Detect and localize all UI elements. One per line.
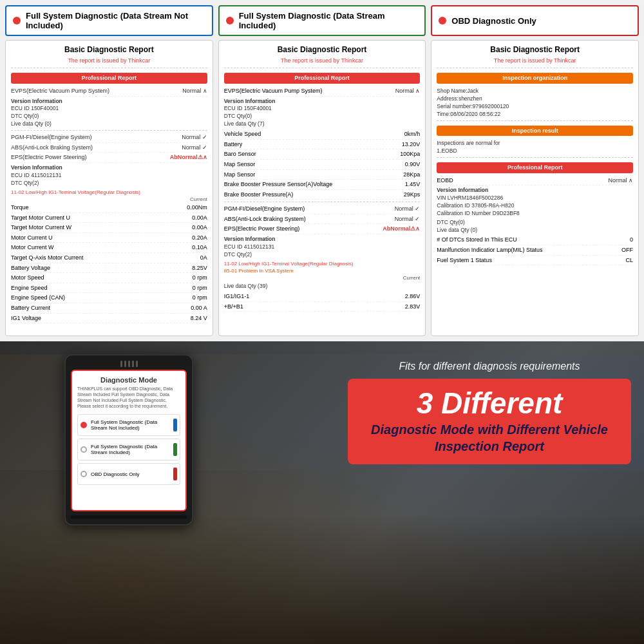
device-bottom-bar — [71, 515, 187, 519]
r2-liveqty: Live data Qty (39) — [224, 283, 421, 290]
device-option-1-label: Full System Diagnostic (Data Stream Not … — [91, 419, 169, 431]
bottom-section: Diagnostic Mode THINKPLUS can support OB… — [0, 341, 644, 644]
card-header-red-label: OBD Diagnostic Only — [451, 16, 536, 26]
report1-title: Basic Diagnostic Report — [11, 44, 207, 55]
report3-shop: Shop Name:Jack Address:shenzhen Serial n… — [437, 88, 633, 118]
dot-red-2 — [226, 17, 234, 24]
report3-badge-result: Inspection result — [437, 126, 633, 137]
three-different-title: 3 Different — [361, 388, 618, 418]
device-bar-2 — [124, 361, 126, 367]
device-top-bar — [71, 361, 187, 367]
r1-tqamc: Target Q-Axis Motor Current0A — [11, 253, 207, 263]
r1-tmcu: Target Motor Current U0.00A — [11, 213, 207, 223]
device-bar-1 — [120, 361, 122, 367]
report1-brand: Thinkcar — [128, 57, 151, 64]
r1-mcw: Motor Current W0.10A — [11, 243, 207, 253]
r1-ig1v: IG1 Voltage8.24 V — [11, 314, 207, 324]
report-card-2: Basic Diagnostic Report The report is is… — [218, 40, 426, 336]
report1-eps: EPS(Electric Power Steering) AbNormal⚠∧ — [11, 153, 207, 163]
r3-version: Version Information VIN LVHRM1846F500228… — [437, 187, 633, 218]
r1-tmcw: Target Motor Current W0.00A — [11, 223, 207, 233]
report2-version: Version Information ECU ID 150F40001 DTC… — [224, 98, 421, 129]
report1-dtc-text: 11-02 Low/High IG1-Teminal Voltage(Regul… — [11, 189, 207, 196]
r2-map1: Map Sensor0.90V — [224, 160, 421, 170]
report2-subtitle: The report is issued by Thinkcar — [224, 57, 421, 65]
r3-mil: Manlfunction Indicatior Lamp(MIL) Status… — [437, 245, 633, 256]
device-bar-5 — [136, 361, 138, 367]
device-option-3-label: OBD Diagnostic Only — [91, 471, 169, 477]
report3-subtitle: The report is issued by Thinkcar — [437, 57, 633, 65]
device-outer: Diagnostic Mode THINKPLUS can support OB… — [64, 354, 193, 526]
report1-subtitle: The report is issued by Thinkcar — [11, 57, 207, 65]
device-bar-4 — [132, 361, 134, 367]
r2-eps: EPS(Electric Power Steering) AbNormal⚠∧ — [224, 224, 421, 234]
card-header-blue: Full System Diagnostic (Data Stream Not … — [5, 5, 213, 36]
card-header-green: Full System Diagnostic (Data Stream Incl… — [218, 5, 426, 36]
device-bar-blue — [173, 419, 177, 431]
r1-ms: Motor Speed0 rpm — [11, 273, 207, 283]
r1-mcu: Motor Current U0.20A — [11, 233, 207, 243]
device-option-3[interactable]: OBD Diagnostic Only — [77, 463, 180, 485]
device-option-1[interactable]: Full System Diagnostic (Data Stream Not … — [77, 414, 180, 436]
device-bar-green — [173, 443, 177, 456]
report3-title: Basic Diagnostic Report — [437, 44, 633, 55]
report1-current: Current — [11, 196, 207, 203]
three-different-subtitle: Diagnostic Mode with Different Vehicle I… — [361, 421, 618, 455]
device-bar-3 — [128, 361, 130, 367]
r2-baro: Baro Sensor100Kpa — [224, 149, 421, 160]
device-option-2-label: Full System Diagnostic (Data Stream Incl… — [91, 444, 169, 455]
r1-bc: Battery Current0.00 A — [11, 303, 207, 314]
report1-subtitle-pre: The report is issued by — [68, 57, 128, 64]
report-card-3: Basic Diagnostic Report The report is is… — [431, 40, 639, 336]
r2-bbp: Brake Booster Pressure(A)29Kps — [224, 190, 421, 200]
r2-version2: Version Information ECU ID 4115012131 DT… — [224, 236, 421, 259]
r3-dtc: DTC Qty(0) Live data Qty (0) — [437, 219, 633, 234]
report1-pgm: PGM-FI/Diesel(Engine System) Normal ✓ — [11, 133, 207, 143]
card-header-blue-label: Full System Diagnostic (Data Stream Not … — [26, 11, 205, 30]
right-panel: Fits for different diagnosis requirement… — [348, 361, 631, 464]
bottom-gradient — [0, 515, 644, 644]
r2-abs: ABS(Anti-Lock Braking System) Normal ✓ — [224, 214, 421, 225]
device-container: Diagnostic Mode THINKPLUS can support OB… — [64, 354, 206, 526]
fits-text: Fits for different diagnosis requirement… — [348, 361, 631, 372]
device-option-2[interactable]: Full System Diagnostic (Data Stream Incl… — [77, 439, 180, 460]
report2-badge: Professional Report — [224, 73, 421, 84]
report-card-1: Basic Diagnostic Report The report is is… — [5, 40, 213, 336]
report3-badge-insp: Inspection organization — [437, 73, 633, 84]
report1-row-evps: EVPS(Electric Vacuum Pump System) Normal… — [11, 86, 207, 97]
r3-fuel: Fuel System 1 StatusCL — [437, 256, 633, 266]
device-bar-red — [173, 468, 177, 480]
reports-row: Basic Diagnostic Report The report is is… — [5, 40, 639, 336]
r2-vs: Vehicle Speed0km/h — [224, 129, 421, 140]
device-radio-1 — [80, 422, 87, 428]
r1-torque: Torque0.00Nm — [11, 203, 207, 213]
card-header-green-label: Full System Diagnostic (Data Stream Incl… — [239, 11, 419, 30]
device-screen-desc: THINKPLUS can support OBD Diagnostic, Da… — [77, 386, 180, 409]
report2-brand: Thinkcar — [341, 57, 363, 64]
r1-es: Engine Speed0 rpm — [11, 283, 207, 294]
top-section: Full System Diagnostic (Data Stream Not … — [0, 0, 644, 341]
report3-insp-text: Inspections are normal for 1.EOBD — [437, 140, 633, 155]
report2-subtitle-pre: The report is issued by — [281, 57, 341, 64]
r2-b1: +B/+B12.83V — [224, 302, 421, 312]
report1-version: Version Information ECU ID 150F40001 DTC… — [11, 98, 207, 129]
r2-map2: Map Sensor28Kpa — [224, 170, 421, 180]
report2-evps: EVPS(Electric Vacuum Pump System) Normal… — [224, 86, 421, 97]
device-radio-3 — [80, 471, 87, 477]
r2-ig1: IG1/IG1-12.86V — [224, 292, 421, 302]
dot-red-1 — [13, 17, 21, 24]
r3-eobd: EOBD Normal ∧ — [437, 176, 633, 186]
r2-current: Current — [224, 274, 421, 281]
three-different-box: 3 Different Diagnostic Mode with Differe… — [348, 379, 631, 464]
device-screen-title: Diagnostic Mode — [77, 376, 180, 384]
r2-bat: Battery13.20V — [224, 140, 421, 150]
r1-bv: Battery Voltage8.25V — [11, 263, 207, 274]
r1-esc: Engine Speed (CAN)0 rpm — [11, 293, 207, 303]
report1-version2: Version Information ECU ID 4115012131 DT… — [11, 164, 207, 187]
card-header-red: OBD Diagnostic Only — [431, 5, 639, 36]
report1-abs: ABS(Anti-Lock Braking System) Normal ✓ — [11, 143, 207, 153]
r3-ndtc: # Of DTCs Stored In Thiis ECU0 — [437, 235, 633, 245]
device-radio-2 — [80, 446, 87, 453]
r2-dtc1: 11-02 Low/High IG1-Teminal Voltage(Regul… — [224, 260, 421, 267]
r2-bbps: Brake Booster Pressure Sensor(A)Voltage1… — [224, 180, 421, 190]
